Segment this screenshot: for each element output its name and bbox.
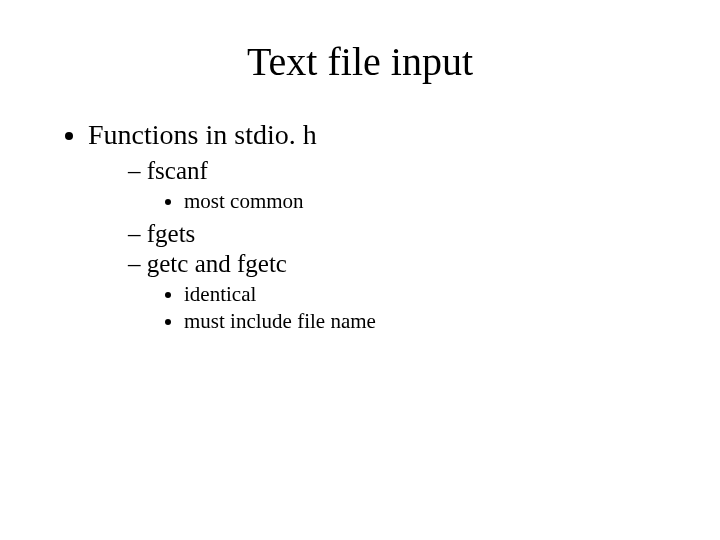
list-item: fscanf most common <box>128 157 680 214</box>
bullet-text: identical <box>184 282 256 306</box>
bullet-list-level3: identical must include file name <box>128 282 680 334</box>
bullet-text: most common <box>184 189 304 213</box>
list-item: Functions in stdio. h fscanf most common… <box>88 119 680 334</box>
list-item: most common <box>184 189 680 214</box>
list-item: must include file name <box>184 309 680 334</box>
list-item: getc and fgetc identical must include fi… <box>128 250 680 334</box>
slide-title: Text file input <box>40 38 680 85</box>
bullet-list-level1: Functions in stdio. h fscanf most common… <box>40 119 680 334</box>
bullet-text: must include file name <box>184 309 376 333</box>
list-item: identical <box>184 282 680 307</box>
bullet-text: fscanf <box>147 157 208 184</box>
slide: Text file input Functions in stdio. h fs… <box>0 0 720 540</box>
bullet-list-level2: fscanf most common fgets getc and fgetc … <box>88 157 680 334</box>
bullet-text: fgets <box>147 220 196 247</box>
list-item: fgets <box>128 220 680 248</box>
bullet-text: Functions in stdio. h <box>88 119 317 150</box>
bullet-list-level3: most common <box>128 189 680 214</box>
bullet-text: getc and fgetc <box>147 250 287 277</box>
